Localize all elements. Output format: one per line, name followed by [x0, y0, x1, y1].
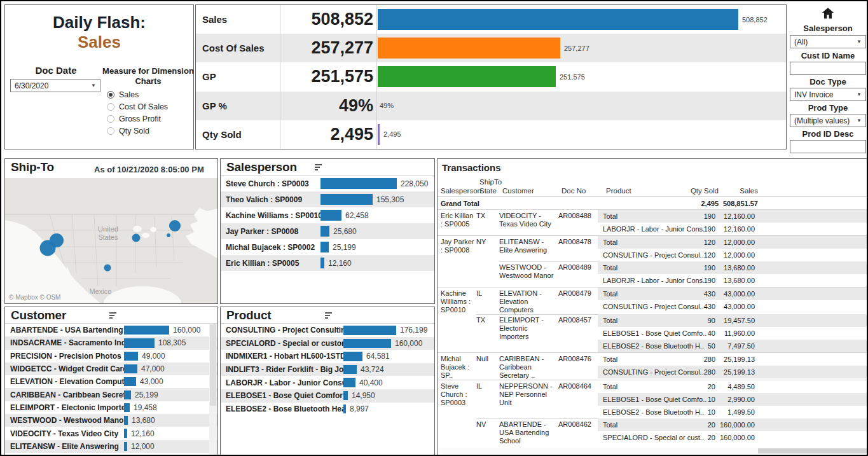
measure-radio-cost-of-sales[interactable]: Cost Of Sales: [107, 101, 168, 113]
transaction-line[interactable]: CONSULTING - Project Consul..43043,000.0…: [598, 300, 867, 313]
chart-row[interactable]: CONSULTING - Project Consulting176,199: [221, 324, 434, 337]
invoice-row[interactable]: WESTWOOD - Westwood ManorAR008489Total19…: [476, 261, 867, 287]
sort-icon[interactable]: [315, 164, 322, 170]
chart-bar[interactable]: [124, 429, 127, 438]
invoice-row[interactable]: ILELEVATION - Elevation ComputersAR00847…: [476, 287, 867, 314]
cust-id-name-input[interactable]: [790, 62, 866, 75]
transaction-line[interactable]: Total12012,000.00: [598, 236, 867, 249]
chart-row[interactable]: WIDGETCC - Widget Credit Card47,000: [5, 363, 217, 375]
chart-row[interactable]: Steve Church : SP0003228,050: [221, 176, 434, 191]
chart-bar[interactable]: [320, 242, 329, 253]
invoice-row[interactable]: TXELEIMPORT - Electonic ImportersAR00845…: [476, 314, 867, 352]
chart-bar[interactable]: [124, 338, 155, 347]
chart-bar[interactable]: [320, 226, 329, 237]
measure-radio-qty-sold[interactable]: Qty Sold: [107, 125, 168, 137]
shipto-bubble[interactable]: [104, 265, 111, 272]
chart-row[interactable]: INDMIXER1 - Hobart HL600-1STD ..64,581: [221, 350, 434, 363]
transaction-line[interactable]: LABORJR - Labor - Junior Cons..19013,680…: [598, 274, 867, 287]
doc-type-dropdown[interactable]: INV Invoice ▼: [790, 88, 866, 101]
chart-bar[interactable]: [124, 416, 128, 425]
transaction-line[interactable]: Total19013,680.00: [598, 261, 867, 274]
chart-row[interactable]: ELEIMPORT - Electonic Importers19,458: [5, 401, 217, 414]
doc-date-dropdown[interactable]: 6/30/2020 ▼: [10, 79, 100, 92]
grand-total-row[interactable]: Grand Total2,495508,851.57: [437, 197, 867, 210]
invoice-row[interactable]: NVABARTENDE - USA Bartending SchoolAR008…: [476, 418, 867, 445]
scrollbar-thumb[interactable]: [758, 448, 867, 453]
chart-row[interactable]: ABARTENDE - USA Bartending Sc..160,000: [5, 324, 217, 336]
chart-bar[interactable]: [343, 326, 396, 335]
chart-row[interactable]: Theo Valich : SP0009155,305: [221, 191, 434, 207]
transaction-line[interactable]: SPECIALORD - Special or cust..20160,000.…: [598, 431, 867, 444]
chart-bar[interactable]: [343, 391, 348, 400]
transaction-line[interactable]: Total20160,000.00: [598, 418, 867, 431]
shipto-bubble[interactable]: [132, 234, 141, 242]
transaction-line[interactable]: ELEBOSE1 - Bose Quiet Comfo..102,990.00: [598, 393, 867, 406]
shipto-bubble[interactable]: [167, 233, 170, 237]
invoice-row[interactable]: TXVIDEOCITY - Texas Video CityAR008488To…: [476, 210, 867, 235]
sort-icon[interactable]: [325, 312, 332, 319]
invoice-row[interactable]: NYELITEANSW - Elite AnsweringAR008478Tot…: [476, 236, 867, 261]
chart-row[interactable]: Kachine Williams : SP001062,458: [221, 207, 434, 223]
invoice-row[interactable]: NullCARIBBEAN - Caribbean Secretary ..AR…: [476, 353, 867, 380]
radio-button-icon[interactable]: [107, 91, 114, 99]
sort-icon[interactable]: [109, 312, 116, 319]
chart-row[interactable]: INDSACRAME - Sacramento Indu..108,305: [5, 336, 217, 349]
invoice-row[interactable]: ILNEPPERSONN - NEP Personnel UnitAR00846…: [476, 380, 867, 418]
transaction-line[interactable]: ELEBOSE2 - Bose Bluetooth H..101,499.50: [598, 406, 867, 418]
chart-bar[interactable]: [343, 404, 346, 413]
chart-row[interactable]: SPECIALORD - Special or custom o..160,00…: [221, 337, 434, 350]
chart-bar[interactable]: [343, 352, 362, 361]
chart-bar[interactable]: [124, 442, 127, 451]
vertical-scrollbar[interactable]: [209, 324, 217, 455]
radio-button-icon[interactable]: [107, 103, 114, 111]
shipto-bubble[interactable]: [50, 233, 64, 247]
chart-row[interactable]: PRECISION - Precision Photos49,000: [5, 350, 217, 363]
home-icon[interactable]: [821, 6, 835, 20]
transaction-line[interactable]: Total204,489.50: [598, 380, 867, 393]
chart-row[interactable]: ELEBOSE1 - Bose Quiet Comfort N..14,950: [221, 389, 434, 403]
transaction-line[interactable]: LABORJR - Labor - Junior Cons..19012,160…: [598, 223, 867, 235]
chart-bar[interactable]: [320, 178, 397, 190]
chart-row[interactable]: INDLIFT3 - Rider Forklift - Big Joe43,72…: [221, 363, 434, 377]
radio-button-icon[interactable]: [107, 127, 114, 135]
chart-row[interactable]: Michal Bujacek : SP000225,199: [221, 239, 434, 255]
chart-row[interactable]: ELEVATION - Elevation Computers43,000: [5, 375, 217, 388]
chart-bar[interactable]: [343, 339, 391, 348]
transaction-line[interactable]: Total28025,199.13: [598, 353, 867, 366]
chart-bar[interactable]: [124, 352, 138, 361]
measure-radio-gross-profit[interactable]: Gross Profit: [107, 113, 168, 125]
chart-bar[interactable]: [124, 390, 131, 399]
chart-bar[interactable]: [320, 258, 324, 269]
transaction-line[interactable]: ELEBOSE2 - Bose Bluetooth H..507,497.50: [598, 340, 867, 352]
prod-id-desc-input[interactable]: [790, 140, 866, 153]
chart-row[interactable]: Jay Parker : SP000825,680: [221, 223, 434, 239]
chart-row[interactable]: CARIBBEAN - Caribbean Secretar..25,199: [5, 388, 217, 401]
chart-bar[interactable]: [320, 210, 341, 221]
shipto-map[interactable]: United States Mexico: [5, 178, 217, 303]
transaction-line[interactable]: Total9019,457.50: [598, 314, 867, 327]
chart-bar[interactable]: [343, 378, 355, 387]
chart-row[interactable]: ELITEANSW - Elite Answering12,000: [5, 440, 217, 453]
transaction-line[interactable]: CONSULTING - Project Consul..28025,199.1…: [598, 366, 867, 378]
transaction-line[interactable]: Total19012,160.00: [598, 210, 867, 223]
radio-button-icon[interactable]: [107, 115, 114, 123]
chart-row[interactable]: LABORJR - Labor - Junior Consulta..40,40…: [221, 376, 434, 389]
kpi-bar[interactable]: [378, 124, 380, 145]
chart-bar[interactable]: [343, 365, 357, 374]
transaction-line[interactable]: ELEBOSE1 - Bose Quiet Comfo..4011,960.00: [598, 327, 867, 340]
prod-type-dropdown[interactable]: (Multiple values) ▼: [790, 114, 866, 127]
kpi-bar[interactable]: [378, 9, 738, 30]
chart-row[interactable]: VIDEOCITY - Texas Video City12,160: [5, 427, 217, 439]
chart-row[interactable]: ELEBOSE2 - Bose Bluetooth Head..8,997: [221, 403, 434, 416]
chart-bar[interactable]: [320, 194, 373, 205]
chart-bar[interactable]: [124, 364, 137, 373]
horizontal-scrollbar[interactable]: [438, 448, 867, 454]
chart-bar[interactable]: [124, 326, 169, 335]
salesperson-filter-dropdown[interactable]: (All) ▼: [790, 35, 866, 48]
chart-bar[interactable]: [124, 377, 136, 386]
transaction-line[interactable]: CONSULTING - Project Consul..12012,000.0…: [598, 249, 867, 261]
kpi-bar[interactable]: [378, 38, 560, 59]
scrollbar-thumb[interactable]: [210, 324, 216, 406]
kpi-bar[interactable]: [378, 66, 556, 87]
measure-radio-sales[interactable]: Sales: [107, 89, 168, 100]
